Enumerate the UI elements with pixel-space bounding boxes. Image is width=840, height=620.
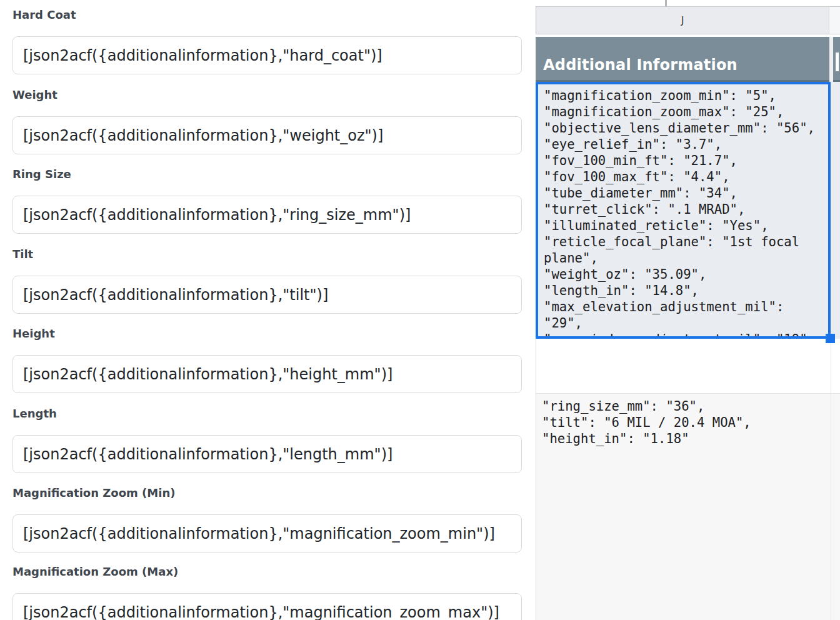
- field-group-length: Length: [12, 406, 522, 473]
- field-label-weight: Weight: [12, 87, 522, 103]
- field-label-magnification-zoom-max: Magnification Zoom (Max): [12, 564, 522, 580]
- page: Hard Coat Weight Ring Size Tilt Height L…: [0, 0, 840, 620]
- spreadsheet-panel: J Additional Information "magnification_…: [536, 0, 840, 620]
- field-label-length: Length: [12, 406, 522, 422]
- column-letter-label: J: [681, 14, 684, 26]
- field-input-weight[interactable]: [12, 116, 522, 154]
- selected-cell-additional-information[interactable]: "magnification_zoom_min": "5", "magnific…: [536, 82, 831, 339]
- field-group-tilt: Tilt: [12, 246, 522, 314]
- header-cell-additional-information[interactable]: Additional Information: [536, 37, 829, 82]
- field-input-height[interactable]: [12, 355, 522, 393]
- field-input-magnification-zoom-max[interactable]: [12, 593, 522, 620]
- selected-row-sliver: [831, 82, 840, 339]
- field-group-weight: Weight: [12, 87, 522, 154]
- selection-fill-handle[interactable]: [826, 334, 835, 343]
- next-row-cell[interactable]: "ring_size_mm": "36", "tilt": "6 MIL / 2…: [536, 394, 840, 620]
- next-row-cell-text: "ring_size_mm": "36", "tilt": "6 MIL / 2…: [542, 398, 840, 447]
- field-label-magnification-zoom-min: Magnification Zoom (Min): [12, 485, 522, 501]
- column-boundary-tick: [665, 0, 667, 6]
- field-group-height: Height: [12, 326, 522, 393]
- field-input-length[interactable]: [12, 435, 522, 473]
- field-label-ring-size: Ring Size: [12, 166, 522, 182]
- field-label-hard-coat: Hard Coat: [12, 7, 522, 23]
- field-input-tilt[interactable]: [12, 276, 522, 314]
- field-group-hard-coat: Hard Coat: [12, 7, 522, 74]
- field-input-hard-coat[interactable]: [12, 36, 522, 74]
- acf-field-mapping-form: Hard Coat Weight Ring Size Tilt Height L…: [0, 0, 535, 620]
- column-letter-J[interactable]: J: [536, 7, 829, 34]
- column-letter-row: J: [536, 6, 840, 34]
- field-group-ring-size: Ring Size: [12, 166, 522, 234]
- field-input-magnification-zoom-min[interactable]: [12, 514, 522, 552]
- empty-row-cell[interactable]: [536, 339, 840, 393]
- field-input-ring-size[interactable]: [12, 196, 522, 234]
- sheet-header-row: Additional Information: [536, 37, 840, 82]
- field-group-magnification-zoom-max: Magnification Zoom (Max): [12, 564, 522, 620]
- field-label-height: Height: [12, 326, 522, 342]
- field-label-tilt: Tilt: [12, 246, 522, 262]
- column-divider-line: [831, 339, 831, 620]
- selected-cell-text: "magnification_zoom_min": "5", "magnific…: [544, 88, 828, 339]
- field-group-magnification-zoom-min: Magnification Zoom (Min): [12, 485, 522, 552]
- partial-letter: [836, 52, 839, 71]
- next-column-letter-partial: [830, 7, 840, 34]
- next-column-header-partial: [833, 37, 840, 82]
